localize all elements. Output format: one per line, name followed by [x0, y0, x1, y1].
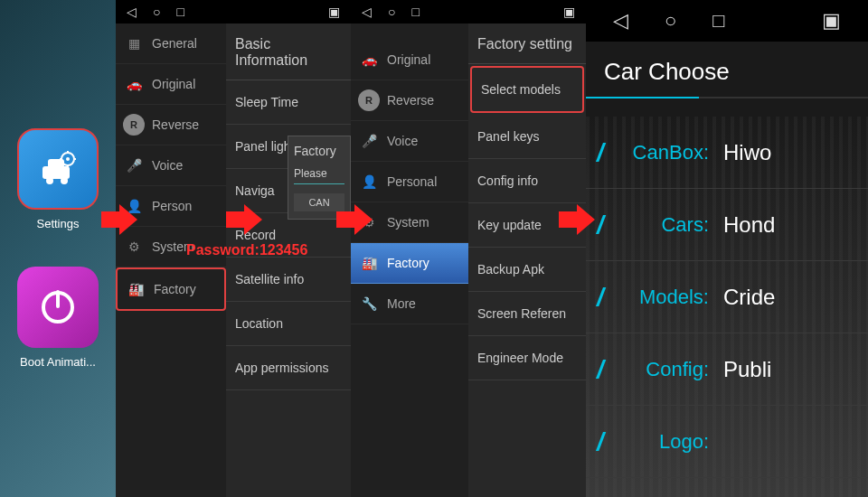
- gear-icon: ⚙: [123, 236, 145, 258]
- list-item[interactable]: Backup Apk: [468, 248, 586, 292]
- sidebar-item-original[interactable]: 🚗Original: [351, 40, 468, 80]
- row-label: Cars:: [608, 213, 716, 237]
- row-cars[interactable]: / Cars: Hond: [586, 189, 868, 261]
- row-value: Cride: [716, 285, 775, 310]
- list-item[interactable]: Satellite info: [226, 258, 351, 302]
- row-models[interactable]: / Models: Cride: [586, 261, 868, 333]
- recent-icon[interactable]: □: [176, 5, 184, 19]
- section-title: Factory setting: [468, 23, 586, 64]
- app-label: Settings: [37, 217, 80, 230]
- car-icon: 🚗: [358, 49, 380, 70]
- sidebar-item-factory[interactable]: 🏭Factory: [351, 243, 468, 284]
- boot-animation-app[interactable]: Boot Animati...: [17, 267, 99, 369]
- arrow-icon: [559, 204, 595, 235]
- divider: [586, 97, 868, 98]
- slash-icon: /: [586, 283, 608, 312]
- reverse-icon: R: [123, 114, 145, 136]
- section-title: Basic Information: [226, 23, 351, 80]
- settings-sidebar: ◁ ○ □ 🚗Original RReverse 🎤Voice 👤Persona…: [351, 0, 468, 497]
- row-value: Publi: [716, 357, 771, 382]
- row-label: CanBox:: [608, 141, 716, 164]
- svg-marker-15: [559, 204, 595, 235]
- svg-rect-0: [42, 166, 70, 179]
- slash-icon: /: [586, 427, 608, 456]
- list-item-select-models[interactable]: Select models: [470, 66, 584, 113]
- sidebar-item-more[interactable]: 🔧More: [351, 284, 468, 324]
- status-bar: ▣: [226, 0, 351, 23]
- sidebar-item-reverse[interactable]: RReverse: [116, 105, 226, 145]
- arrow-icon: [226, 204, 262, 235]
- list-item[interactable]: Panel keys: [468, 115, 586, 159]
- settings-panel-step3: ◁ ○ □ 🚗Original RReverse 🎤Voice 👤Persona…: [351, 0, 586, 497]
- row-label: Config:: [608, 358, 716, 381]
- sidebar-item-factory[interactable]: 🏭Factory: [116, 267, 226, 311]
- svg-point-5: [66, 157, 70, 161]
- row-value: Hond: [716, 212, 775, 238]
- status-bar: ◁ ○ □: [351, 0, 468, 23]
- sidebar-item-voice[interactable]: 🎤Voice: [116, 145, 226, 186]
- page-title: Car Choose: [586, 42, 868, 97]
- sidebar-item-reverse[interactable]: RReverse: [351, 80, 468, 121]
- factory-icon: 🏭: [358, 252, 380, 274]
- arrow-icon: [336, 204, 373, 235]
- list-item[interactable]: Engineer Mode: [468, 336, 586, 380]
- svg-marker-13: [226, 204, 262, 235]
- row-config[interactable]: / Config: Publi: [586, 333, 868, 406]
- arrow-icon: [101, 204, 137, 235]
- wrench-icon: 🔧: [358, 293, 380, 314]
- back-icon[interactable]: ◁: [613, 9, 628, 33]
- row-label: Logo:: [608, 430, 716, 454]
- sidebar-item-general[interactable]: ▦General: [116, 23, 226, 64]
- sidebar-item-voice[interactable]: 🎤Voice: [351, 121, 468, 162]
- slash-icon: /: [586, 355, 608, 384]
- password-hint: Password:123456: [186, 242, 307, 258]
- list-item[interactable]: Screen Referen: [468, 292, 586, 336]
- row-logo[interactable]: / Logo:: [586, 406, 868, 478]
- svg-point-2: [61, 177, 68, 184]
- car-icon: 🚗: [123, 73, 145, 95]
- row-label: Models:: [608, 286, 716, 309]
- svg-point-1: [46, 177, 53, 184]
- svg-marker-12: [101, 204, 137, 235]
- factory-settings-pane: ▣ Factory setting Select models Panel ke…: [468, 0, 586, 497]
- picture-icon[interactable]: ▣: [328, 5, 340, 19]
- list-item[interactable]: Location: [226, 302, 351, 346]
- sidebar-item-personal[interactable]: 👤Personal: [351, 162, 468, 202]
- mic-icon: 🎤: [123, 155, 145, 176]
- picture-icon[interactable]: ▣: [563, 5, 575, 19]
- list-item[interactable]: Config info: [468, 159, 586, 203]
- slash-icon: /: [586, 138, 608, 167]
- back-icon[interactable]: ◁: [362, 5, 372, 19]
- picture-icon[interactable]: ▣: [822, 9, 841, 33]
- car-choose-panel: ◁ ○ □ ▣ Car Choose / CanBox: Hiwo / Cars…: [586, 0, 868, 497]
- svg-marker-14: [336, 204, 373, 235]
- sidebar-item-original[interactable]: 🚗Original: [116, 64, 226, 105]
- app-label: Boot Animati...: [20, 355, 96, 369]
- settings-app[interactable]: Settings: [17, 128, 99, 230]
- modal-title: Factory: [294, 144, 344, 158]
- launcher-panel: Settings Boot Animati...: [0, 0, 116, 497]
- home-icon[interactable]: ○: [153, 5, 160, 19]
- person-icon: 👤: [358, 171, 380, 192]
- power-icon: [17, 267, 99, 348]
- home-icon[interactable]: ○: [665, 9, 676, 33]
- recent-icon[interactable]: □: [712, 9, 724, 33]
- row-value: Hiwo: [716, 140, 771, 165]
- car-choose-list: / CanBox: Hiwo / Cars: Hond / Models: Cr…: [586, 117, 868, 497]
- factory-icon: 🏭: [125, 278, 146, 300]
- mic-icon: 🎤: [358, 130, 380, 152]
- list-item[interactable]: App permissions: [226, 346, 351, 390]
- list-item[interactable]: Sleep Time: [226, 80, 351, 125]
- recent-icon[interactable]: □: [411, 5, 419, 19]
- status-bar: ▣: [468, 0, 586, 23]
- status-bar: ◁ ○ □ ▣: [586, 0, 868, 42]
- reverse-icon: R: [358, 89, 380, 111]
- password-input[interactable]: Please: [294, 167, 344, 184]
- row-canbox[interactable]: / CanBox: Hiwo: [586, 117, 868, 189]
- status-bar: ◁ ○ □: [116, 0, 226, 23]
- settings-icon: [17, 128, 99, 210]
- grid-icon: ▦: [123, 33, 145, 54]
- back-icon[interactable]: ◁: [127, 5, 137, 19]
- home-icon[interactable]: ○: [388, 5, 395, 19]
